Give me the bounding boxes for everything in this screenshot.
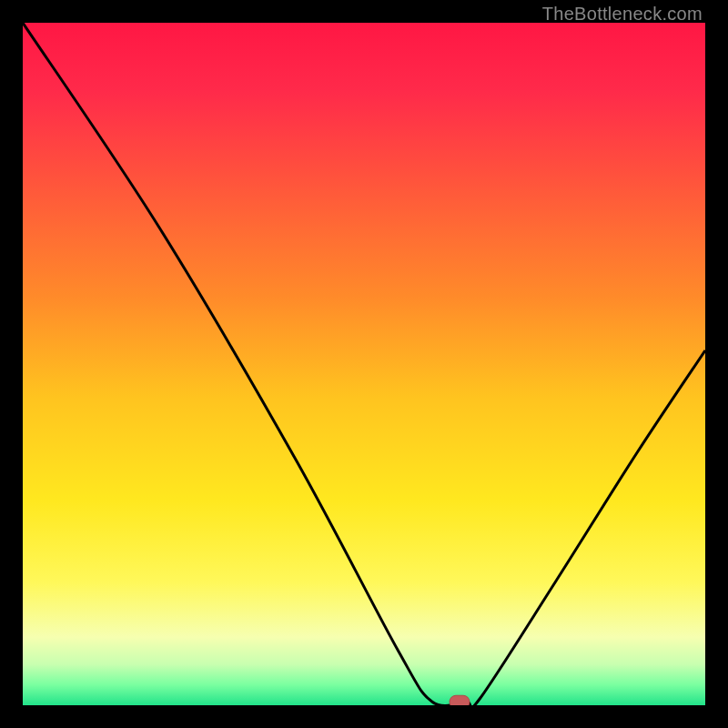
curve-layer (23, 23, 705, 705)
plot-area (23, 23, 705, 705)
optimal-point-marker (450, 695, 470, 705)
watermark-text: TheBottleneck.com (542, 4, 703, 25)
bottleneck-curve (23, 23, 705, 705)
chart-container: TheBottleneck.com (0, 0, 728, 728)
